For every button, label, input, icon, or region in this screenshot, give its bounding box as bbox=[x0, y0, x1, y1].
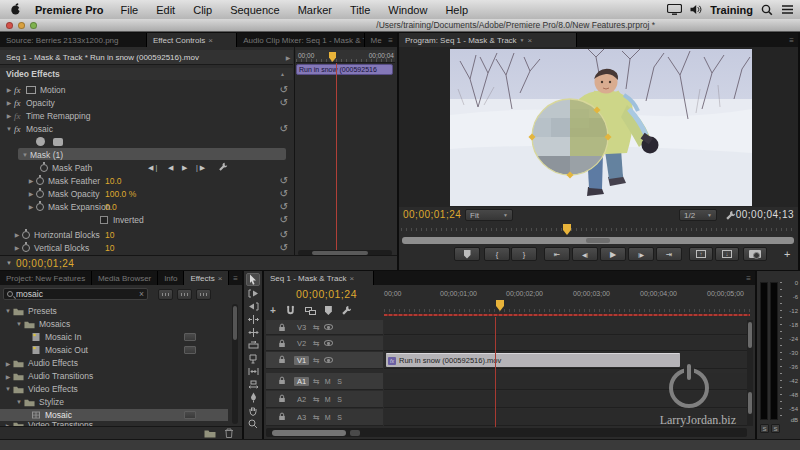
snap-magnet-icon[interactable] bbox=[285, 305, 296, 316]
close-icon[interactable]: × bbox=[208, 36, 213, 45]
tab-project[interactable]: Project: New Features bbox=[0, 271, 92, 285]
twirl-right-icon[interactable]: ▶ bbox=[4, 99, 14, 106]
param-row-vertical-blocks[interactable]: ▶ Vertical Blocks 10 ↺ bbox=[0, 241, 293, 254]
tab-source-monitor[interactable]: Source: Berries 2133x1200.png bbox=[0, 33, 147, 47]
stopwatch-icon[interactable] bbox=[36, 177, 44, 185]
polygon-mask-tool-icon[interactable] bbox=[53, 138, 63, 146]
param-value[interactable]: 10.0 bbox=[105, 176, 122, 186]
solo-button[interactable]: S bbox=[336, 414, 344, 421]
track-name[interactable]: V2 bbox=[294, 339, 309, 348]
menu-help[interactable]: Help bbox=[436, 4, 477, 16]
slide-tool[interactable] bbox=[246, 378, 260, 391]
mask-group-row[interactable]: ▼ Mask (1) bbox=[0, 148, 293, 161]
sync-lock-icon[interactable]: ⇆ bbox=[313, 377, 320, 386]
zoom-tool[interactable] bbox=[246, 417, 260, 430]
stopwatch-icon[interactable] bbox=[40, 164, 48, 172]
reset-param-icon[interactable]: ↺ bbox=[280, 188, 288, 199]
param-row-mask-opacity[interactable]: ▶ Mask Opacity 100.0 % ↺ bbox=[0, 187, 293, 200]
timeline-vertical-scrollbar[interactable] bbox=[747, 320, 753, 426]
go-to-out-button[interactable]: ⇥ bbox=[656, 247, 682, 261]
lift-button[interactable]: ↑ bbox=[689, 247, 713, 261]
param-row-mask-feather[interactable]: ▶ Mask Feather 10.0 ↺ bbox=[0, 174, 293, 187]
tab-effects[interactable]: Effects × bbox=[184, 271, 229, 285]
sync-lock-icon[interactable]: ⇆ bbox=[313, 356, 320, 365]
ripple-edit-tool[interactable] bbox=[246, 313, 260, 326]
menu-window[interactable]: Window bbox=[379, 4, 436, 16]
lock-icon[interactable] bbox=[278, 412, 286, 421]
reset-param-icon[interactable]: ↺ bbox=[280, 214, 288, 225]
twirl-right-icon[interactable]: ▶ bbox=[4, 112, 14, 119]
mark-in-button[interactable]: { bbox=[484, 247, 510, 261]
reset-param-icon[interactable]: ↺ bbox=[280, 175, 288, 186]
param-value[interactable]: 0.0 bbox=[105, 202, 117, 212]
track-select-forward-tool[interactable] bbox=[246, 287, 260, 300]
track-name[interactable]: V3 bbox=[294, 323, 309, 332]
effect-controls-mini-ruler[interactable]: 00;00 00;00;04 bbox=[296, 50, 395, 63]
panel-menu-icon[interactable]: ≡ bbox=[229, 271, 242, 285]
chevron-down-icon[interactable]: ▼ bbox=[520, 37, 525, 43]
mask-settings-wrench-icon[interactable] bbox=[218, 162, 228, 172]
param-value[interactable]: 10 bbox=[105, 230, 114, 240]
tree-item-audio-effects[interactable]: ▶ Audio Effects bbox=[0, 357, 228, 369]
mark-out-button[interactable]: } bbox=[511, 247, 537, 261]
stopwatch-icon[interactable] bbox=[36, 190, 44, 198]
program-current-timecode[interactable]: 00;00;01;24 bbox=[403, 209, 461, 220]
tab-program-monitor[interactable]: Program: Seq 1 - Mask & Track ▼ × bbox=[399, 33, 577, 47]
menu-title[interactable]: Title bbox=[341, 4, 379, 16]
track-mask-forward-icon[interactable]: |▶ bbox=[196, 164, 207, 172]
stopwatch-icon[interactable] bbox=[22, 231, 30, 239]
panel-menu-icon[interactable]: ≡ bbox=[742, 271, 755, 285]
user-status-label[interactable]: Training bbox=[710, 4, 753, 16]
reset-param-icon[interactable]: ↺ bbox=[280, 229, 288, 240]
track-v1[interactable]: V1 ⇆ fx Run in snow (000592516).mov bbox=[266, 352, 747, 369]
param-value[interactable]: 100.0 % bbox=[105, 189, 136, 199]
effect-row-mosaic[interactable]: ▼ fx Mosaic ↺ bbox=[0, 122, 293, 135]
twirl-down-icon[interactable]: ▼ bbox=[3, 386, 13, 392]
param-row-horizontal-blocks[interactable]: ▶ Horizontal Blocks 10 ↺ bbox=[0, 228, 293, 241]
add-marker-icon[interactable] bbox=[325, 306, 332, 315]
chevron-right-icon[interactable]: ▶ bbox=[283, 54, 293, 61]
program-scrollbar[interactable] bbox=[402, 237, 794, 244]
twirl-down-icon[interactable]: ▼ bbox=[14, 321, 24, 327]
slip-tool[interactable] bbox=[246, 365, 260, 378]
volume-status-icon[interactable] bbox=[690, 4, 702, 15]
twirl-down-icon[interactable]: ▼ bbox=[3, 308, 13, 314]
track-v3[interactable]: V3 ⇆ bbox=[266, 320, 747, 335]
linked-selection-icon[interactable] bbox=[305, 307, 316, 315]
track-name[interactable]: V1 bbox=[294, 356, 309, 365]
program-time-ruler[interactable] bbox=[401, 224, 796, 235]
solo-button[interactable]: S bbox=[336, 396, 344, 403]
twirl-right-icon[interactable]: ▶ bbox=[12, 244, 22, 251]
mute-button[interactable]: M bbox=[324, 414, 332, 421]
twirl-right-icon[interactable]: ▶ bbox=[12, 231, 22, 238]
step-forward-button[interactable]: |▶ bbox=[628, 247, 654, 261]
menu-premiere-pro[interactable]: Premiere Pro bbox=[27, 4, 111, 16]
solo-right-button[interactable]: S bbox=[771, 424, 780, 433]
track-content[interactable] bbox=[384, 320, 747, 335]
tab-audio-clip-mixer[interactable]: Audio Clip Mixer: Seq 1 - Mask & Track bbox=[237, 33, 364, 47]
track-v2[interactable]: V2 ⇆ bbox=[266, 336, 747, 351]
tree-item-mosaics[interactable]: ▼ Mosaics bbox=[0, 318, 228, 330]
timeline-clip-run-in-snow[interactable]: fx Run in snow (000592516).mov bbox=[386, 353, 680, 367]
track-name[interactable]: A1 bbox=[294, 377, 309, 386]
button-editor-plus[interactable]: + bbox=[784, 248, 790, 260]
panel-menu-icon[interactable]: ≡ bbox=[785, 33, 798, 47]
program-playhead-marker[interactable] bbox=[563, 224, 571, 235]
sync-lock-icon[interactable]: ⇆ bbox=[313, 395, 320, 404]
track-name[interactable]: A3 bbox=[294, 413, 309, 422]
effect-controls-divider[interactable] bbox=[294, 47, 295, 256]
reset-effect-icon[interactable]: ↺ bbox=[280, 97, 288, 108]
twirl-down-icon[interactable]: ▼ bbox=[0, 260, 16, 266]
track-content[interactable] bbox=[384, 336, 747, 351]
apple-menu-icon[interactable] bbox=[0, 2, 27, 17]
menu-edit[interactable]: Edit bbox=[147, 4, 184, 16]
tree-item-mosaic-out[interactable]: Mosaic Out bbox=[0, 344, 228, 356]
twirl-right-icon[interactable]: ▶ bbox=[3, 373, 13, 380]
mini-timeline-clip[interactable]: Run in snow (000592516 bbox=[296, 64, 393, 75]
twirl-right-icon[interactable]: ▶ bbox=[26, 190, 36, 197]
filter-32bit-color-button[interactable] bbox=[177, 289, 192, 300]
mute-button[interactable]: M bbox=[324, 378, 332, 385]
tree-scrollbar[interactable] bbox=[232, 304, 238, 424]
tab-sequence[interactable]: Seq 1 - Mask & Track × bbox=[264, 271, 374, 285]
lock-icon[interactable] bbox=[278, 376, 286, 385]
